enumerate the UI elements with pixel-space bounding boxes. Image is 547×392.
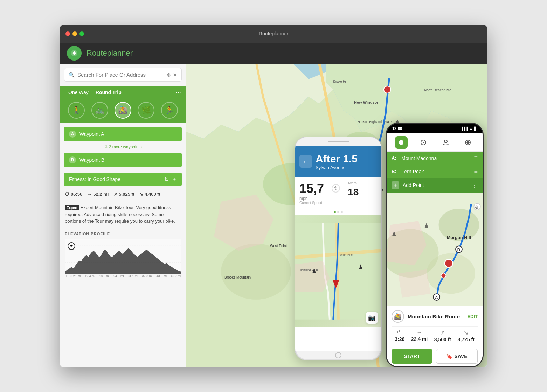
main-content: 🔍 ⊕ ✕ One Way Round Trip ··· 🚶 🚲 🚵 🌿 🏃 xyxy=(60,64,487,368)
description-text: Expert Mountain Bike Tour. Very good fit… xyxy=(65,205,175,224)
svg-text:North Beacon Mo...: North Beacon Mo... xyxy=(424,88,454,92)
svg-text:Whitehorse Moun...: Whitehorse Moun... xyxy=(319,225,346,229)
svg-text:Breakneck Ridge: Breakneck Ridge xyxy=(396,129,420,132)
x-label-3: 18.6 mi xyxy=(99,274,110,278)
app-title: Routeplanner xyxy=(86,49,133,58)
transport-mountain-bike[interactable]: 🚵 xyxy=(115,102,131,119)
waypoint-b-name: Waypoint B xyxy=(79,157,104,163)
stat-duration: ⏱ 06:56 xyxy=(65,191,82,197)
svg-point-5 xyxy=(340,132,382,167)
tab-one-way[interactable]: One Way xyxy=(65,90,92,95)
waypoint-a-name: Waypoint A xyxy=(79,131,104,137)
elevation-x-labels: 0 6.21 mi 12.4 mi 18.6 mi 24.9 mi 31.1 m… xyxy=(65,274,181,279)
close-button[interactable] xyxy=(65,31,70,36)
sidebar: 🔍 ⊕ ✕ One Way Round Trip ··· 🚶 🚲 🚵 🌿 🏃 xyxy=(60,64,186,368)
clock-icon: ⏱ xyxy=(65,191,69,197)
distance-icon: ↔ xyxy=(87,191,92,197)
waypoint-a-row[interactable]: A Waypoint A xyxy=(64,127,182,141)
svg-point-6 xyxy=(221,244,291,300)
fitness-row[interactable]: Fitness: In Good Shape ⇅ ＋ xyxy=(64,173,182,186)
svg-point-28 xyxy=(352,305,356,308)
stat-elevation-up: ↗ 5,025 ft xyxy=(113,191,134,197)
x-label-6: 37.3 mi xyxy=(142,274,153,278)
minimize-button[interactable] xyxy=(72,31,77,36)
swap-icon[interactable]: ⇅ xyxy=(164,176,168,182)
svg-text:Hill of Pines: Hill of Pines xyxy=(305,213,322,216)
svg-text:Cold...: Cold... xyxy=(358,199,366,202)
transport-cycling[interactable]: 🚲 xyxy=(91,102,108,119)
elevation-chart: ★ xyxy=(65,239,181,274)
down-icon: ↘ xyxy=(139,191,143,197)
x-label-7: 43.5 mi xyxy=(157,274,167,278)
waypoint-a-label: A xyxy=(69,131,76,138)
elevation-down-value: 4,400 ft xyxy=(145,191,160,197)
svg-text:Sloop Hill: Sloop Hill xyxy=(319,167,332,171)
app-header: Routeplanner xyxy=(60,43,487,64)
svg-text:Snake Hill: Snake Hill xyxy=(333,80,347,83)
search-icon: 🔍 xyxy=(69,72,75,78)
svg-text:New Windsor: New Windsor xyxy=(354,100,379,104)
transport-trekking[interactable]: 🌿 xyxy=(138,102,154,119)
svg-text:Nelsonville: Nelsonville xyxy=(365,188,383,192)
search-bar[interactable]: 🔍 ⊕ ✕ xyxy=(64,68,182,82)
svg-point-4 xyxy=(263,163,319,205)
x-label-4: 24.9 mi xyxy=(113,274,124,278)
x-label-2: 12.4 mi xyxy=(85,274,95,278)
window-title: Routeplanner xyxy=(259,31,288,36)
svg-text:Black Rock: Black Rock xyxy=(295,199,311,202)
elevation-up-value: 5,025 ft xyxy=(119,191,134,197)
traffic-lights xyxy=(65,31,84,36)
svg-text:Bo...: Bo... xyxy=(365,216,371,220)
fitness-label: Fitness: In Good Shape xyxy=(69,176,120,182)
waypoint-b-label: B xyxy=(69,156,76,163)
svg-text:1: 1 xyxy=(386,88,388,92)
maximize-button[interactable] xyxy=(79,31,84,36)
map-background: New Windsor North Beacon Mo... Snake Hil… xyxy=(186,64,487,368)
distance-value: 52.2 mi xyxy=(93,191,109,197)
transport-running[interactable]: 🏃 xyxy=(161,102,178,119)
svg-text:Cornwall-on-Hudson: Cornwall-on-Hudson xyxy=(340,153,369,157)
waypoint-b-row[interactable]: B Waypoint B xyxy=(64,153,182,167)
duration-value: 06:56 xyxy=(71,191,82,197)
svg-text:📷: 📷 xyxy=(344,322,350,328)
more-waypoints[interactable]: ⇅ 2 more waypoints xyxy=(60,142,186,152)
clear-icon[interactable]: ✕ xyxy=(173,72,177,78)
elevation-title: ELEVATION PROFILE xyxy=(65,232,181,236)
route-stats: ⏱ 06:56 ↔ 52.2 mi ↗ 5,025 ft ↘ 4,400 ft xyxy=(60,187,186,201)
stat-elevation-down: ↘ 4,400 ft xyxy=(139,191,160,197)
transport-modes: 🚶 🚲 🚵 🌿 🏃 xyxy=(60,99,186,123)
add-waypoint-icon[interactable]: ＋ xyxy=(172,176,177,182)
title-bar: Routeplanner xyxy=(60,24,487,43)
expert-badge: Expert xyxy=(65,205,79,210)
svg-text:Hudson Highlands State Park: Hudson Highlands State Park xyxy=(358,120,399,124)
svg-text:Brooks Mountain: Brooks Mountain xyxy=(224,275,251,279)
search-input[interactable] xyxy=(77,72,164,78)
stat-distance: ↔ 52.2 mi xyxy=(87,191,109,197)
x-label-5: 31.1 mi xyxy=(128,274,138,278)
svg-text:Highland Falls: Highland Falls xyxy=(347,237,371,241)
up-icon: ↗ xyxy=(113,191,117,197)
svg-text:Ca...: Ca... xyxy=(403,262,410,265)
more-options-button[interactable]: ··· xyxy=(176,89,181,96)
transport-hiking[interactable]: 🚶 xyxy=(68,102,85,119)
svg-text:West Point: West Point xyxy=(270,244,287,248)
svg-point-27 xyxy=(349,277,352,280)
tab-round-trip[interactable]: Round Trip xyxy=(92,90,125,95)
x-label-1: 6.21 mi xyxy=(70,274,81,278)
route-description: Expert Expert Mountain Bike Tour. Very g… xyxy=(60,201,186,229)
waypoints: A Waypoint A ⇅ 2 more waypoints B Waypoi… xyxy=(60,123,186,171)
fitness-actions: ⇅ ＋ xyxy=(164,176,177,182)
search-actions: ⊕ ✕ xyxy=(167,72,177,78)
map-area[interactable]: New Windsor North Beacon Mo... Snake Hil… xyxy=(186,64,487,368)
mac-window: Routeplanner Routeplanner 🔍 ⊕ ✕ xyxy=(60,24,487,368)
tab-bar: One Way Round Trip ··· xyxy=(60,86,186,99)
x-label-0: 0 xyxy=(65,274,67,278)
elevation-marker: ★ xyxy=(68,242,75,250)
location-icon[interactable]: ⊕ xyxy=(167,72,171,78)
x-label-8: 49.7 mi xyxy=(171,274,181,278)
elevation-section: ELEVATION PROFILE ★ 0 6.21 mi 12. xyxy=(60,229,186,281)
app-logo xyxy=(67,46,82,61)
